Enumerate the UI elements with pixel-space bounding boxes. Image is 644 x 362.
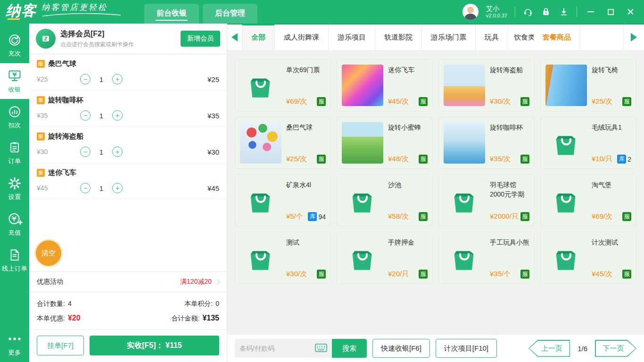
product-price: ¥69/次 — [286, 97, 307, 106]
points-value: 0 — [215, 300, 219, 307]
product-type-badge: 服 — [520, 212, 529, 221]
cart-item-qty: 1 — [91, 75, 112, 83]
minimize-button[interactable] — [585, 6, 597, 18]
product-name: 旋转飞椅 — [592, 65, 631, 75]
avatar[interactable] — [462, 4, 479, 20]
avatar-head — [467, 7, 474, 13]
promo-label: 优惠活动 — [37, 278, 63, 286]
app-version: v2.0.0.37 — [486, 13, 507, 19]
product-price: ¥45/次 — [592, 270, 612, 279]
add-member-button[interactable]: 新增会员 — [181, 31, 220, 47]
product-type-badge: 库 — [308, 212, 317, 221]
product-type-badge: 服 — [419, 155, 428, 164]
header-tab[interactable]: 后台管理 — [203, 4, 257, 24]
sidebar-item[interactable]: 收银 — [0, 63, 29, 99]
product-card[interactable]: 旋转海盗船 ¥30/次 服 — [438, 59, 535, 111]
next-page-button[interactable]: 下一页 — [595, 340, 636, 357]
increase-qty-button[interactable]: + — [112, 183, 123, 193]
close-button[interactable] — [624, 6, 636, 18]
minimize-icon — [587, 11, 594, 12]
prev-page-label: 上一页 — [528, 340, 570, 357]
product-card[interactable]: 计次测试 ¥45/次 服 — [540, 232, 636, 284]
sidebar-item-label: 设置 — [8, 193, 21, 201]
decrease-qty-button[interactable]: − — [80, 183, 91, 193]
sidebar-item[interactable]: 充值 — [0, 206, 29, 242]
maximize-button[interactable] — [604, 6, 617, 18]
cart-item-total: ¥35 — [207, 112, 219, 120]
product-name: 矿泉水4l — [286, 180, 326, 190]
product-type-badge: 服 — [520, 97, 529, 106]
category-bar: 全部 成人街舞课 游乐项目 轨道影院 游乐场门票 玩具 饮食类 套餐商品 — [227, 24, 644, 50]
lock-icon[interactable] — [541, 7, 551, 17]
product-card[interactable]: 旋转小蜜蜂 ¥48/次 服 — [337, 117, 433, 169]
product-card[interactable]: 毛绒玩具1 ¥10/只 库 2 — [540, 117, 636, 169]
sidebar: 充次 收银 扣次 订单 设置 — [0, 24, 29, 362]
order-icon — [8, 140, 22, 155]
product-card[interactable]: 矿泉水4l ¥5/个 库 94 — [235, 174, 331, 226]
sidebar-item[interactable]: 充次 — [0, 27, 29, 63]
product-price: ¥48/次 — [388, 155, 409, 164]
product-card[interactable]: 羽毛球馆2000元学期 ¥2000/只 服 — [438, 174, 535, 226]
member-title: 选择会员[F2] — [60, 29, 176, 39]
product-type-badge: 服 — [419, 97, 428, 106]
category-tab[interactable]: 全部 — [242, 25, 275, 50]
product-card[interactable]: 迷你飞车 ¥45/次 服 — [337, 59, 433, 111]
category-tab[interactable]: 套餐商品 — [534, 25, 580, 50]
product-card[interactable]: 淘气堡 ¥69/次 服 — [540, 174, 636, 226]
teacup-photo — [444, 122, 485, 164]
sidebar-item-label: 订单 — [8, 157, 21, 165]
category-tab[interactable]: 游乐项目 — [329, 25, 375, 50]
search-button[interactable]: 搜索 — [332, 339, 367, 358]
product-card[interactable]: 手工玩具小熊 ¥35/个 服 — [438, 232, 535, 284]
count-item-button[interactable]: 计次项目[F10] — [436, 339, 497, 358]
sidebar-item[interactable]: 线上订单 — [0, 242, 29, 278]
header-tabs: 前台收银 后台管理 — [144, 0, 257, 24]
increase-qty-button[interactable]: + — [112, 110, 123, 121]
quick-cashier-button[interactable]: 快速收银[F6] — [372, 339, 430, 358]
sidebar-item-more[interactable]: 更多 — [0, 326, 29, 362]
sidebar-item[interactable]: 订单 — [0, 135, 29, 171]
sidebar-item-label: 充值 — [8, 229, 21, 237]
brand-slogan: 纳客管店更轻松 — [41, 2, 122, 13]
product-type-badge: 服 — [317, 155, 326, 164]
cart-item-unit-price: ¥25 — [37, 75, 80, 83]
decrease-qty-button[interactable]: − — [80, 147, 91, 157]
keyboard-icon[interactable] — [315, 344, 327, 354]
category-tab[interactable]: 饮食类 — [508, 25, 534, 50]
checkout-button[interactable]: 实收[F5]： ¥115 — [90, 336, 219, 355]
brand-slogan-wrap: 纳客管店更轻松 — [41, 2, 122, 19]
customer-service-icon[interactable] — [523, 7, 533, 17]
category-tab[interactable]: 轨道影院 — [375, 25, 422, 50]
promo-row[interactable]: 优惠活动 满120减20 — [29, 272, 227, 292]
clear-cart-button[interactable]: 清空 — [36, 240, 61, 266]
product-card[interactable]: 测试 ¥30/次 服 — [235, 232, 331, 284]
product-name: 淘气堡 — [592, 180, 631, 190]
decrease-qty-button[interactable]: − — [80, 74, 91, 84]
sidebar-item[interactable]: 设置 — [0, 171, 29, 206]
category-tab[interactable]: 玩具 — [476, 25, 508, 50]
product-card[interactable]: 沙池 ¥58/次 服 — [337, 174, 433, 226]
increase-qty-button[interactable]: + — [112, 147, 123, 157]
barcode-input[interactable] — [239, 345, 315, 352]
category-prev-button[interactable] — [227, 25, 242, 50]
product-card[interactable]: 手牌押金 ¥20/只 服 — [337, 232, 433, 284]
product-card[interactable]: 旋转咖啡杯 ¥35/次 服 — [438, 117, 535, 169]
product-card[interactable]: 单次69门票 ¥69/次 服 — [235, 59, 331, 111]
sidebar-item[interactable]: 扣次 — [0, 99, 29, 135]
category-next-button[interactable] — [623, 25, 644, 50]
header-tab[interactable]: 前台收银 — [144, 4, 199, 24]
decrease-qty-button[interactable]: − — [80, 110, 91, 121]
prev-page-button[interactable]: 上一页 — [528, 340, 570, 357]
increase-qty-button[interactable]: + — [112, 74, 123, 84]
hold-order-button[interactable]: 挂单[F7] — [37, 336, 84, 355]
bag-icon — [240, 65, 281, 106]
service-badge: 服 — [37, 169, 45, 177]
product-card[interactable]: 旋转飞椅 ¥25/次 服 — [540, 59, 636, 111]
bag-icon — [444, 237, 485, 279]
download-icon[interactable] — [559, 7, 569, 17]
product-card[interactable]: 桑巴气球 ¥25/次 服 — [235, 117, 331, 169]
product-type-badge: 服 — [520, 270, 529, 279]
member-select-row[interactable]: 选择会员[F2] 点击进行会员搜索或刷卡操作 新增会员 — [29, 24, 227, 54]
category-tab[interactable]: 成人街舞课 — [275, 25, 329, 50]
category-tab[interactable]: 游乐场门票 — [422, 25, 476, 50]
